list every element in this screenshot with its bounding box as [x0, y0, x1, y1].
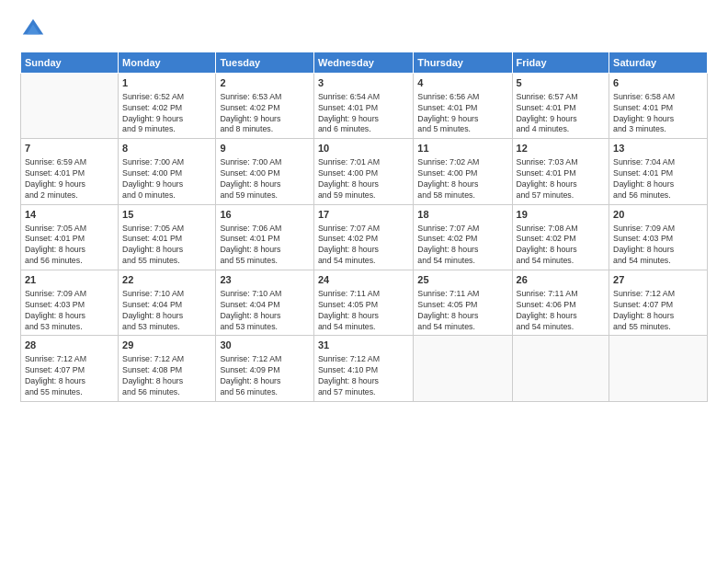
day-info: Sunrise: 6:56 AMSunset: 4:01 PMDaylight:…: [417, 92, 507, 136]
day-number: 2: [220, 76, 310, 90]
day-info: Sunrise: 7:07 AMSunset: 4:02 PMDaylight:…: [318, 224, 409, 268]
day-number: 11: [417, 142, 507, 155]
day-info: Sunrise: 7:10 AMSunset: 4:04 PMDaylight:…: [122, 289, 211, 333]
calendar-week-row: 1Sunrise: 6:52 AMSunset: 4:02 PMDaylight…: [21, 74, 708, 139]
calendar-cell: [512, 336, 609, 401]
calendar-cell: 3Sunrise: 6:54 AMSunset: 4:01 PMDaylight…: [313, 74, 413, 139]
header-wednesday: Wednesday: [313, 52, 413, 74]
calendar-cell: 14Sunrise: 7:05 AMSunset: 4:01 PMDayligh…: [21, 204, 119, 270]
calendar-cell: 28Sunrise: 7:12 AMSunset: 4:07 PMDayligh…: [21, 336, 119, 401]
logo: [20, 17, 51, 42]
calendar-cell: 11Sunrise: 7:02 AMSunset: 4:00 PMDayligh…: [414, 139, 512, 204]
day-info: Sunrise: 7:10 AMSunset: 4:04 PMDaylight:…: [220, 289, 310, 333]
day-number: 18: [417, 208, 507, 222]
day-number: 27: [613, 273, 703, 287]
header-thursday: Thursday: [414, 52, 512, 74]
day-info: Sunrise: 7:00 AMSunset: 4:00 PMDaylight:…: [220, 157, 310, 201]
calendar-cell: 31Sunrise: 7:12 AMSunset: 4:10 PMDayligh…: [313, 336, 413, 401]
day-info: Sunrise: 6:54 AMSunset: 4:01 PMDaylight:…: [318, 92, 409, 136]
calendar-cell: 23Sunrise: 7:10 AMSunset: 4:04 PMDayligh…: [216, 270, 314, 336]
header: [20, 17, 708, 42]
calendar-cell: 4Sunrise: 6:56 AMSunset: 4:01 PMDaylight…: [414, 74, 512, 139]
day-info: Sunrise: 7:08 AMSunset: 4:02 PMDaylight:…: [517, 224, 606, 268]
calendar-cell: 27Sunrise: 7:12 AMSunset: 4:07 PMDayligh…: [609, 270, 708, 336]
header-monday: Monday: [119, 52, 216, 74]
calendar-cell: 19Sunrise: 7:08 AMSunset: 4:02 PMDayligh…: [512, 204, 609, 270]
calendar-cell: [21, 74, 119, 139]
calendar-cell: 6Sunrise: 6:58 AMSunset: 4:01 PMDaylight…: [609, 74, 708, 139]
day-number: 1: [122, 76, 211, 90]
calendar-cell: 9Sunrise: 7:00 AMSunset: 4:00 PMDaylight…: [216, 139, 314, 204]
day-info: Sunrise: 7:01 AMSunset: 4:00 PMDaylight:…: [318, 157, 409, 201]
day-info: Sunrise: 7:11 AMSunset: 4:05 PMDaylight:…: [417, 289, 507, 333]
day-info: Sunrise: 7:12 AMSunset: 4:09 PMDaylight:…: [220, 354, 310, 398]
day-info: Sunrise: 7:09 AMSunset: 4:03 PMDaylight:…: [613, 224, 703, 268]
day-info: Sunrise: 7:12 AMSunset: 4:07 PMDaylight:…: [613, 289, 703, 333]
day-number: 17: [318, 208, 409, 222]
day-info: Sunrise: 6:59 AMSunset: 4:01 PMDaylight:…: [25, 157, 114, 201]
calendar-cell: 1Sunrise: 6:52 AMSunset: 4:02 PMDaylight…: [119, 74, 216, 139]
calendar-cell: 7Sunrise: 6:59 AMSunset: 4:01 PMDaylight…: [21, 139, 119, 204]
day-info: Sunrise: 7:05 AMSunset: 4:01 PMDaylight:…: [25, 224, 114, 268]
logo-icon: [20, 17, 46, 42]
day-number: 10: [318, 142, 409, 155]
day-number: 6: [613, 76, 703, 90]
calendar-cell: 2Sunrise: 6:53 AMSunset: 4:02 PMDaylight…: [216, 74, 314, 139]
day-number: 30: [220, 339, 310, 352]
day-number: 22: [122, 273, 211, 287]
calendar-week-row: 21Sunrise: 7:09 AMSunset: 4:03 PMDayligh…: [21, 270, 708, 336]
day-info: Sunrise: 7:12 AMSunset: 4:08 PMDaylight:…: [122, 354, 211, 398]
calendar-cell: 12Sunrise: 7:03 AMSunset: 4:01 PMDayligh…: [512, 139, 609, 204]
calendar-cell: 30Sunrise: 7:12 AMSunset: 4:09 PMDayligh…: [216, 336, 314, 401]
day-info: Sunrise: 7:06 AMSunset: 4:01 PMDaylight:…: [220, 224, 310, 268]
calendar-week-row: 28Sunrise: 7:12 AMSunset: 4:07 PMDayligh…: [21, 336, 708, 401]
day-info: Sunrise: 7:02 AMSunset: 4:00 PMDaylight:…: [417, 157, 507, 201]
day-number: 28: [25, 339, 114, 352]
day-info: Sunrise: 7:12 AMSunset: 4:10 PMDaylight:…: [318, 354, 409, 398]
calendar-cell: 8Sunrise: 7:00 AMSunset: 4:00 PMDaylight…: [119, 139, 216, 204]
header-tuesday: Tuesday: [216, 52, 314, 74]
calendar-cell: 5Sunrise: 6:57 AMSunset: 4:01 PMDaylight…: [512, 74, 609, 139]
calendar-week-row: 7Sunrise: 6:59 AMSunset: 4:01 PMDaylight…: [21, 139, 708, 204]
calendar-table: Sunday Monday Tuesday Wednesday Thursday…: [20, 52, 708, 402]
day-number: 8: [122, 142, 211, 155]
day-number: 14: [25, 208, 114, 222]
day-number: 16: [220, 208, 310, 222]
calendar-week-row: 14Sunrise: 7:05 AMSunset: 4:01 PMDayligh…: [21, 204, 708, 270]
header-saturday: Saturday: [609, 52, 708, 74]
day-number: 7: [25, 142, 114, 155]
calendar-cell: 21Sunrise: 7:09 AMSunset: 4:03 PMDayligh…: [21, 270, 119, 336]
day-info: Sunrise: 7:09 AMSunset: 4:03 PMDaylight:…: [25, 289, 114, 333]
calendar-cell: 26Sunrise: 7:11 AMSunset: 4:06 PMDayligh…: [512, 270, 609, 336]
calendar-cell: 13Sunrise: 7:04 AMSunset: 4:01 PMDayligh…: [609, 139, 708, 204]
calendar-cell: 25Sunrise: 7:11 AMSunset: 4:05 PMDayligh…: [414, 270, 512, 336]
calendar-cell: 15Sunrise: 7:05 AMSunset: 4:01 PMDayligh…: [119, 204, 216, 270]
day-info: Sunrise: 6:52 AMSunset: 4:02 PMDaylight:…: [122, 92, 211, 136]
day-info: Sunrise: 6:53 AMSunset: 4:02 PMDaylight:…: [220, 92, 310, 136]
day-number: 24: [318, 273, 409, 287]
calendar-cell: 10Sunrise: 7:01 AMSunset: 4:00 PMDayligh…: [313, 139, 413, 204]
calendar-cell: 24Sunrise: 7:11 AMSunset: 4:05 PMDayligh…: [313, 270, 413, 336]
day-number: 3: [318, 76, 409, 90]
day-number: 23: [220, 273, 310, 287]
day-number: 12: [517, 142, 606, 155]
calendar-cell: 16Sunrise: 7:06 AMSunset: 4:01 PMDayligh…: [216, 204, 314, 270]
calendar-cell: 20Sunrise: 7:09 AMSunset: 4:03 PMDayligh…: [609, 204, 708, 270]
calendar-page: Sunday Monday Tuesday Wednesday Thursday…: [0, 0, 728, 563]
day-info: Sunrise: 7:03 AMSunset: 4:01 PMDaylight:…: [517, 157, 606, 201]
day-info: Sunrise: 7:12 AMSunset: 4:07 PMDaylight:…: [25, 354, 114, 398]
day-number: 21: [25, 273, 114, 287]
day-number: 5: [517, 76, 606, 90]
calendar-cell: [414, 336, 512, 401]
calendar-cell: 18Sunrise: 7:07 AMSunset: 4:02 PMDayligh…: [414, 204, 512, 270]
day-info: Sunrise: 7:11 AMSunset: 4:05 PMDaylight:…: [318, 289, 409, 333]
calendar-cell: 29Sunrise: 7:12 AMSunset: 4:08 PMDayligh…: [119, 336, 216, 401]
day-info: Sunrise: 7:11 AMSunset: 4:06 PMDaylight:…: [517, 289, 606, 333]
day-info: Sunrise: 7:05 AMSunset: 4:01 PMDaylight:…: [122, 224, 211, 268]
header-friday: Friday: [512, 52, 609, 74]
day-number: 20: [613, 208, 703, 222]
day-number: 9: [220, 142, 310, 155]
calendar-cell: 17Sunrise: 7:07 AMSunset: 4:02 PMDayligh…: [313, 204, 413, 270]
day-info: Sunrise: 7:04 AMSunset: 4:01 PMDaylight:…: [613, 157, 703, 201]
day-info: Sunrise: 6:58 AMSunset: 4:01 PMDaylight:…: [613, 92, 703, 136]
